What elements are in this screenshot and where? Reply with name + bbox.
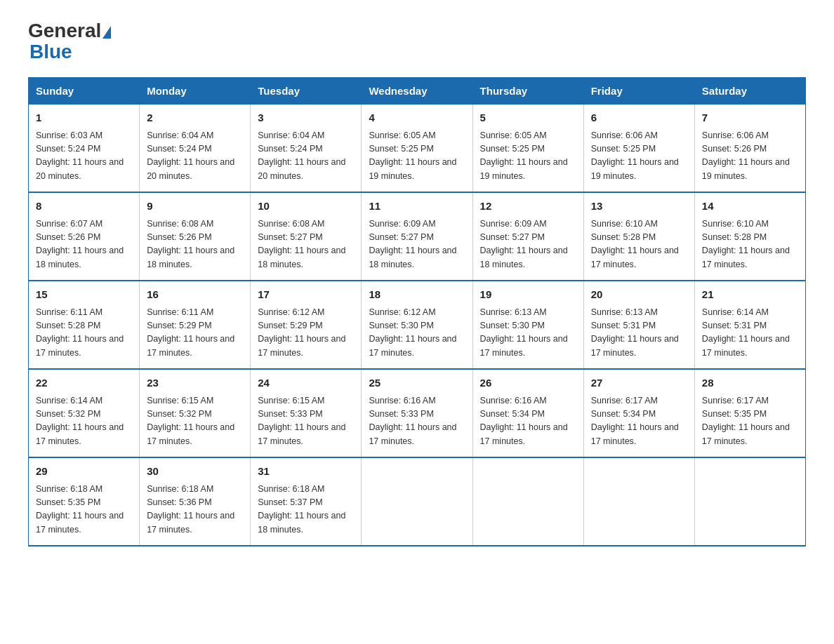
calendar-cell: 20Sunrise: 6:13 AMSunset: 5:31 PMDayligh… xyxy=(583,281,694,369)
calendar-cell: 17Sunrise: 6:12 AMSunset: 5:29 PMDayligh… xyxy=(251,281,362,369)
calendar-cell: 23Sunrise: 6:15 AMSunset: 5:32 PMDayligh… xyxy=(140,369,251,457)
day-number: 22 xyxy=(36,375,132,391)
header-row: SundayMondayTuesdayWednesdayThursdayFrid… xyxy=(29,78,806,105)
column-header-tuesday: Tuesday xyxy=(251,78,362,105)
week-row-1: 1Sunrise: 6:03 AMSunset: 5:24 PMDaylight… xyxy=(29,105,806,193)
day-info: Sunrise: 6:08 AMSunset: 5:27 PMDaylight:… xyxy=(258,217,354,272)
day-info: Sunrise: 6:05 AMSunset: 5:25 PMDaylight:… xyxy=(369,129,465,184)
day-info: Sunrise: 6:03 AMSunset: 5:24 PMDaylight:… xyxy=(36,129,132,184)
day-number: 21 xyxy=(702,287,798,303)
day-info: Sunrise: 6:12 AMSunset: 5:30 PMDaylight:… xyxy=(369,306,465,361)
column-header-sunday: Sunday xyxy=(29,78,140,105)
column-header-thursday: Thursday xyxy=(472,78,583,105)
calendar-cell: 15Sunrise: 6:11 AMSunset: 5:28 PMDayligh… xyxy=(29,281,140,369)
calendar-cell xyxy=(583,457,694,546)
column-header-wednesday: Wednesday xyxy=(362,78,472,105)
day-info: Sunrise: 6:12 AMSunset: 5:29 PMDaylight:… xyxy=(258,306,354,361)
day-info: Sunrise: 6:09 AMSunset: 5:27 PMDaylight:… xyxy=(369,217,465,272)
day-number: 9 xyxy=(147,199,243,215)
day-number: 14 xyxy=(702,199,798,215)
day-info: Sunrise: 6:13 AMSunset: 5:31 PMDaylight:… xyxy=(591,306,687,361)
calendar-cell: 19Sunrise: 6:13 AMSunset: 5:30 PMDayligh… xyxy=(472,281,583,369)
calendar-cell: 18Sunrise: 6:12 AMSunset: 5:30 PMDayligh… xyxy=(362,281,472,369)
calendar-cell: 26Sunrise: 6:16 AMSunset: 5:34 PMDayligh… xyxy=(472,369,583,457)
day-number: 20 xyxy=(591,287,687,303)
day-info: Sunrise: 6:17 AMSunset: 5:35 PMDaylight:… xyxy=(702,394,798,449)
calendar-cell: 29Sunrise: 6:18 AMSunset: 5:35 PMDayligh… xyxy=(29,457,140,546)
day-info: Sunrise: 6:10 AMSunset: 5:28 PMDaylight:… xyxy=(702,217,798,272)
day-info: Sunrise: 6:11 AMSunset: 5:29 PMDaylight:… xyxy=(147,306,243,361)
calendar-cell: 25Sunrise: 6:16 AMSunset: 5:33 PMDayligh… xyxy=(362,369,472,457)
day-info: Sunrise: 6:10 AMSunset: 5:28 PMDaylight:… xyxy=(591,217,687,272)
day-info: Sunrise: 6:18 AMSunset: 5:35 PMDaylight:… xyxy=(36,483,132,537)
day-number: 2 xyxy=(147,110,243,126)
calendar-cell: 30Sunrise: 6:18 AMSunset: 5:36 PMDayligh… xyxy=(140,457,251,546)
calendar-cell: 24Sunrise: 6:15 AMSunset: 5:33 PMDayligh… xyxy=(251,369,362,457)
day-number: 18 xyxy=(369,287,465,303)
day-number: 6 xyxy=(591,110,687,126)
day-info: Sunrise: 6:13 AMSunset: 5:30 PMDaylight:… xyxy=(480,306,576,361)
logo: General Blue xyxy=(28,21,112,63)
calendar-cell xyxy=(362,457,472,546)
day-number: 25 xyxy=(369,375,465,391)
week-row-3: 15Sunrise: 6:11 AMSunset: 5:28 PMDayligh… xyxy=(29,281,806,369)
calendar-cell xyxy=(472,457,583,546)
calendar-cell: 11Sunrise: 6:09 AMSunset: 5:27 PMDayligh… xyxy=(362,192,472,281)
calendar-table: SundayMondayTuesdayWednesdayThursdayFrid… xyxy=(28,77,806,546)
day-number: 16 xyxy=(147,287,243,303)
calendar-cell: 3Sunrise: 6:04 AMSunset: 5:24 PMDaylight… xyxy=(251,105,362,193)
day-info: Sunrise: 6:08 AMSunset: 5:26 PMDaylight:… xyxy=(147,217,243,272)
day-info: Sunrise: 6:14 AMSunset: 5:32 PMDaylight:… xyxy=(36,394,132,449)
day-info: Sunrise: 6:07 AMSunset: 5:26 PMDaylight:… xyxy=(36,217,132,272)
calendar-cell: 2Sunrise: 6:04 AMSunset: 5:24 PMDaylight… xyxy=(140,105,251,193)
calendar-cell xyxy=(694,457,805,546)
day-number: 11 xyxy=(369,199,465,215)
day-number: 19 xyxy=(480,287,576,303)
day-info: Sunrise: 6:18 AMSunset: 5:37 PMDaylight:… xyxy=(258,483,354,537)
calendar-cell: 1Sunrise: 6:03 AMSunset: 5:24 PMDaylight… xyxy=(29,105,140,193)
day-number: 8 xyxy=(36,199,132,215)
day-number: 10 xyxy=(258,199,354,215)
day-info: Sunrise: 6:15 AMSunset: 5:33 PMDaylight:… xyxy=(258,394,354,449)
day-number: 15 xyxy=(36,287,132,303)
day-number: 1 xyxy=(36,110,132,126)
day-info: Sunrise: 6:11 AMSunset: 5:28 PMDaylight:… xyxy=(36,306,132,361)
logo-blue-text: Blue xyxy=(29,41,72,63)
calendar-cell: 10Sunrise: 6:08 AMSunset: 5:27 PMDayligh… xyxy=(251,192,362,281)
day-number: 3 xyxy=(258,110,354,126)
week-row-2: 8Sunrise: 6:07 AMSunset: 5:26 PMDaylight… xyxy=(29,192,806,281)
calendar-cell: 31Sunrise: 6:18 AMSunset: 5:37 PMDayligh… xyxy=(251,457,362,546)
calendar-cell: 14Sunrise: 6:10 AMSunset: 5:28 PMDayligh… xyxy=(694,192,805,281)
day-number: 17 xyxy=(258,287,354,303)
day-number: 26 xyxy=(480,375,576,391)
logo-triangle-icon xyxy=(102,26,111,39)
day-number: 29 xyxy=(36,464,132,480)
day-info: Sunrise: 6:06 AMSunset: 5:25 PMDaylight:… xyxy=(591,129,687,184)
calendar-cell: 16Sunrise: 6:11 AMSunset: 5:29 PMDayligh… xyxy=(140,281,251,369)
day-info: Sunrise: 6:09 AMSunset: 5:27 PMDaylight:… xyxy=(480,217,576,272)
calendar-cell: 13Sunrise: 6:10 AMSunset: 5:28 PMDayligh… xyxy=(583,192,694,281)
column-header-saturday: Saturday xyxy=(694,78,805,105)
day-info: Sunrise: 6:14 AMSunset: 5:31 PMDaylight:… xyxy=(702,306,798,361)
calendar-cell: 12Sunrise: 6:09 AMSunset: 5:27 PMDayligh… xyxy=(472,192,583,281)
day-number: 28 xyxy=(702,375,798,391)
day-number: 4 xyxy=(369,110,465,126)
calendar-cell: 21Sunrise: 6:14 AMSunset: 5:31 PMDayligh… xyxy=(694,281,805,369)
day-info: Sunrise: 6:04 AMSunset: 5:24 PMDaylight:… xyxy=(147,129,243,184)
day-number: 27 xyxy=(591,375,687,391)
calendar-cell: 8Sunrise: 6:07 AMSunset: 5:26 PMDaylight… xyxy=(29,192,140,281)
day-number: 13 xyxy=(591,199,687,215)
calendar-cell: 9Sunrise: 6:08 AMSunset: 5:26 PMDaylight… xyxy=(140,192,251,281)
calendar-cell: 27Sunrise: 6:17 AMSunset: 5:34 PMDayligh… xyxy=(583,369,694,457)
calendar-cell: 6Sunrise: 6:06 AMSunset: 5:25 PMDaylight… xyxy=(583,105,694,193)
week-row-5: 29Sunrise: 6:18 AMSunset: 5:35 PMDayligh… xyxy=(29,457,806,546)
day-info: Sunrise: 6:16 AMSunset: 5:34 PMDaylight:… xyxy=(480,394,576,449)
day-info: Sunrise: 6:06 AMSunset: 5:26 PMDaylight:… xyxy=(702,129,798,184)
day-number: 30 xyxy=(147,464,243,480)
page-header: General Blue xyxy=(28,21,806,63)
column-header-friday: Friday xyxy=(583,78,694,105)
day-info: Sunrise: 6:18 AMSunset: 5:36 PMDaylight:… xyxy=(147,483,243,537)
day-info: Sunrise: 6:04 AMSunset: 5:24 PMDaylight:… xyxy=(258,129,354,184)
day-number: 5 xyxy=(480,110,576,126)
calendar-cell: 4Sunrise: 6:05 AMSunset: 5:25 PMDaylight… xyxy=(362,105,472,193)
